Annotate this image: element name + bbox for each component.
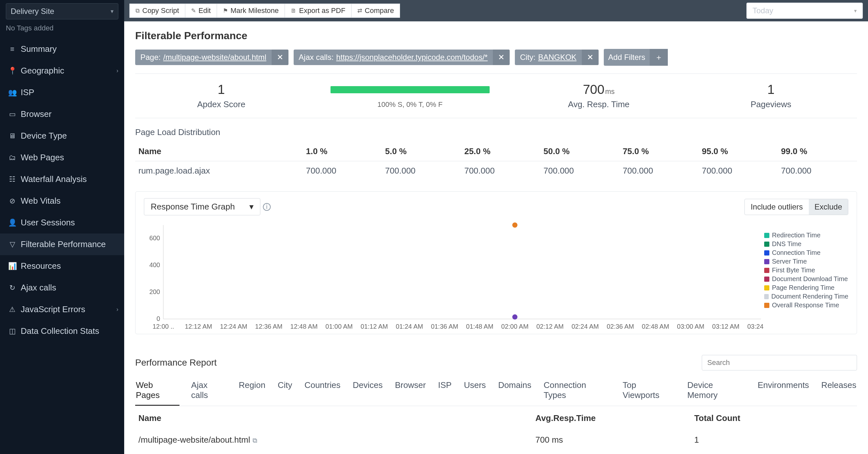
sidebar-icon: ◫ [8, 327, 17, 336]
sidebar-icon: 👤 [8, 219, 17, 227]
edit-button[interactable]: ✎Edit [185, 4, 217, 18]
sidebar-item-device-type[interactable]: 🖥Device Type [0, 125, 124, 147]
remove-filter-icon[interactable]: ✕ [582, 50, 599, 65]
legend-item[interactable]: Overall Response Time [764, 302, 848, 309]
exclude-outliers-button[interactable]: Exclude [809, 199, 848, 215]
legend-item[interactable]: Document Download Time [764, 275, 848, 283]
legend-swatch [764, 285, 769, 290]
graph-type-selector[interactable]: Response Time Graph ▾ [144, 198, 260, 215]
perf-tab-isp[interactable]: ISP [438, 377, 453, 406]
legend-swatch [764, 277, 769, 282]
filter-value[interactable]: https://jsonplaceholder.typicode.com/tod… [336, 53, 488, 62]
filter-chip: City: BANGKOK✕ [515, 50, 599, 65]
graph-panel: Response Time Graph ▾ i Include outliers… [135, 191, 857, 334]
compare-button[interactable]: ⇄Compare [351, 4, 400, 18]
sidebar-item-javascript-errors[interactable]: ⚠JavaScript Errors› [0, 299, 124, 320]
svg-text:01:36 AM: 01:36 AM [431, 323, 458, 330]
filter-value[interactable]: /multipage-website/about.html [163, 53, 267, 62]
site-selector[interactable]: Delivery Site ▾ [6, 3, 118, 20]
legend-item[interactable]: Connection Time [764, 249, 848, 256]
sidebar-item-resources[interactable]: 📊Resources [0, 255, 124, 277]
sidebar-item-data-collection-stats[interactable]: ◫Data Collection Stats [0, 320, 124, 342]
perf-tab-connection-types[interactable]: Connection Types [543, 377, 611, 406]
remove-filter-icon[interactable]: ✕ [272, 50, 288, 65]
edit-icon: ✎ [191, 7, 196, 14]
copy-script-button[interactable]: ⧉Copy Script [129, 4, 185, 18]
perf-tab-devices[interactable]: Devices [352, 377, 383, 406]
legend-item[interactable]: Server Time [764, 258, 848, 265]
date-range-selector[interactable]: Today ▾ [746, 3, 863, 19]
sidebar-item-user-sessions[interactable]: 👤User Sessions [0, 212, 124, 233]
sidebar-item-waterfall-analysis[interactable]: ☷Waterfall Analysis [0, 168, 124, 190]
perf-report-title: Performance Report [135, 358, 217, 368]
filter-bar: Page: /multipage-website/about.html✕Ajax… [124, 48, 868, 71]
svg-point-25 [512, 314, 518, 320]
dist-table: Name1.0 %5.0 %25.0 %50.0 %75.0 %95.0 %99… [135, 142, 857, 180]
include-outliers-button[interactable]: Include outliers [745, 199, 808, 215]
perf-row[interactable]: /multipage-website/about.html⧉700 ms1 [135, 429, 857, 451]
add-filters-button[interactable]: Add Filters＋ [604, 49, 668, 66]
legend-item[interactable]: First Byte Time [764, 266, 848, 274]
legend-item[interactable]: Page Rendering Time [764, 284, 848, 291]
sidebar-item-summary[interactable]: ≡Summary [0, 38, 124, 60]
sidebar-icon: ⊘ [8, 197, 17, 205]
chevron-right-icon: › [117, 306, 118, 313]
perf-tab-top-viewports[interactable]: Top Viewports [622, 377, 676, 406]
chevron-down-icon: ▾ [249, 202, 253, 212]
sidebar-item-label: User Sessions [21, 218, 75, 228]
perf-tab-countries[interactable]: Countries [304, 377, 341, 406]
sidebar-icon: 🗂 [8, 153, 17, 162]
sidebar-item-label: Device Type [21, 131, 67, 141]
summary-row: 1 Apdex Score 100% S, 0% T, 0% F 700ms A… [135, 74, 857, 118]
filter-chip: Page: /multipage-website/about.html✕ [135, 50, 288, 65]
svg-text:02:48 AM: 02:48 AM [642, 323, 670, 330]
perf-tab-city[interactable]: City [277, 377, 293, 406]
perf-tab-browser[interactable]: Browser [394, 377, 426, 406]
sidebar-icon: ↻ [8, 284, 17, 292]
sidebar-item-ajax-calls[interactable]: ↻Ajax calls [0, 277, 124, 299]
perf-tab-region[interactable]: Region [238, 377, 266, 406]
perf-tab-users[interactable]: Users [463, 377, 486, 406]
svg-text:01:48 AM: 01:48 AM [466, 323, 494, 330]
chart-area: 020040060012:00 ..12:12 AM12:24 AM12:36 … [144, 222, 764, 332]
perf-tab-ajax-calls[interactable]: Ajax calls [190, 377, 227, 406]
copy-icon: ⧉ [135, 7, 140, 14]
perf-tab-device-memory[interactable]: Device Memory [687, 377, 746, 406]
sidebar-item-browser[interactable]: ▭Browser [0, 103, 124, 125]
sidebar-item-web-pages[interactable]: 🗂Web Pages [0, 147, 124, 168]
export-pdf-button[interactable]: 🗎Export as PDF [285, 4, 351, 18]
mark-milestone-button[interactable]: ⚑Mark Milestone [217, 4, 285, 18]
sidebar-item-isp[interactable]: 👥ISP [0, 82, 124, 103]
remove-filter-icon[interactable]: ✕ [493, 50, 510, 65]
sidebar-item-geographic[interactable]: 📍Geographic› [0, 60, 124, 82]
sidebar-icon: 📍 [8, 67, 17, 75]
perf-tab-releases[interactable]: Releases [821, 377, 857, 406]
sidebar-icon: 📊 [8, 262, 17, 271]
no-tags-text: No Tags added [0, 21, 124, 38]
perf-tab-domains[interactable]: Domains [497, 377, 532, 406]
legend-item[interactable]: Redirection Time [764, 231, 848, 239]
chevron-down-icon: ▾ [111, 8, 114, 15]
sidebar-item-web-vitals[interactable]: ⊘Web Vitals [0, 190, 124, 212]
perf-tab-environments[interactable]: Environments [757, 377, 810, 406]
legend-item[interactable]: DNS Time [764, 240, 848, 248]
chart-legend: Redirection TimeDNS TimeConnection TimeS… [764, 222, 848, 332]
legend-swatch [764, 242, 769, 247]
perf-search-input[interactable] [702, 355, 857, 370]
page-title: Filterable Performance [124, 21, 868, 48]
legend-swatch [764, 303, 769, 308]
info-icon[interactable]: i [263, 203, 271, 211]
sidebar-item-label: Waterfall Analysis [21, 174, 87, 184]
sidebar-item-label: Browser [21, 109, 52, 119]
external-link-icon[interactable]: ⧉ [253, 437, 257, 444]
sidebar-item-label: ISP [21, 87, 34, 97]
chevron-down-icon: ▾ [854, 8, 857, 14]
perf-tab-web-pages[interactable]: Web Pages [135, 377, 180, 406]
legend-swatch [764, 268, 769, 273]
sidebar-item-filterable-performance[interactable]: ▽Filterable Performance [0, 233, 124, 255]
legend-swatch [764, 259, 769, 264]
legend-item[interactable]: Document Rendering Time [764, 293, 848, 300]
filter-value[interactable]: BANGKOK [538, 53, 577, 62]
svg-text:02:00 AM: 02:00 AM [501, 323, 529, 330]
perf-row[interactable]: https://jsonplaceholder.typicode.com/tod… [135, 451, 857, 454]
